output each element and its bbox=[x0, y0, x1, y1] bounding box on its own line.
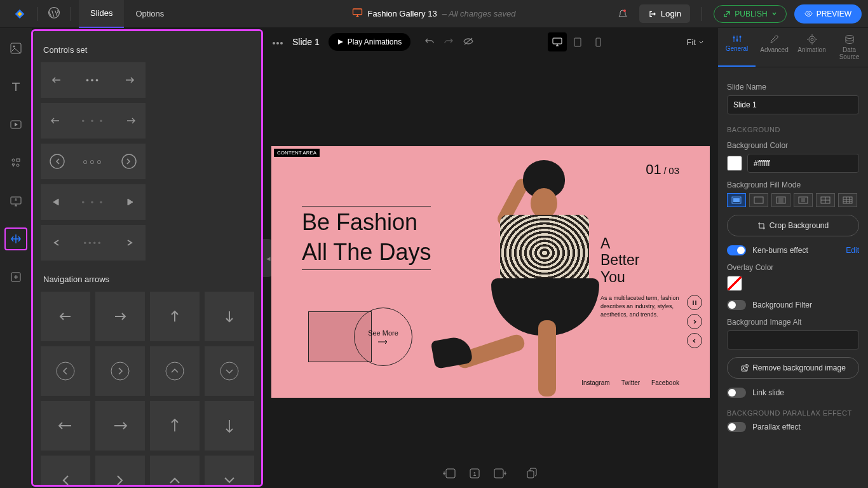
navarrow-up-circle[interactable] bbox=[150, 346, 200, 396]
chevron-down[interactable] bbox=[205, 456, 254, 487]
controlset-4[interactable]: • • • bbox=[41, 184, 146, 220]
wordpress-icon[interactable] bbox=[48, 6, 60, 21]
next-icon[interactable] bbox=[687, 314, 702, 329]
fillmode-grid[interactable] bbox=[838, 193, 857, 207]
tool-video[interactable] bbox=[4, 113, 27, 136]
tab-slides[interactable]: Slides bbox=[79, 0, 124, 28]
kenburns-edit-link[interactable]: Edit bbox=[846, 246, 859, 255]
controlset-1[interactable]: ••• bbox=[41, 62, 146, 98]
navarrow-right[interactable] bbox=[95, 292, 145, 341]
kenburns-toggle[interactable] bbox=[727, 245, 746, 255]
visibility-off-icon[interactable] bbox=[463, 37, 474, 48]
fillmode-center[interactable] bbox=[794, 193, 813, 207]
add-slide-before-icon[interactable] bbox=[440, 464, 459, 483]
pause-icon[interactable] bbox=[687, 295, 702, 310]
top-tabs: Slides Options bbox=[79, 0, 175, 28]
prev-icon[interactable] bbox=[687, 333, 702, 348]
redo-icon[interactable] bbox=[444, 37, 454, 48]
controlset-5[interactable]: •••• bbox=[41, 225, 146, 261]
navarrow-left[interactable] bbox=[41, 292, 90, 341]
svg-point-21 bbox=[111, 362, 129, 380]
navarrow-up[interactable] bbox=[150, 292, 200, 341]
svg-point-30 bbox=[280, 42, 283, 44]
tool-text[interactable] bbox=[4, 75, 27, 98]
chevron-up[interactable] bbox=[150, 456, 200, 487]
social-facebook[interactable]: Facebook bbox=[651, 379, 679, 386]
publish-button[interactable]: PUBLISH bbox=[714, 5, 786, 23]
tool-add[interactable] bbox=[4, 266, 27, 288]
preview-button[interactable]: PREVIEW bbox=[794, 4, 862, 24]
play-animations-button[interactable]: Play Animations bbox=[329, 33, 410, 51]
device-desktop[interactable] bbox=[548, 32, 567, 51]
bg-color-input[interactable] bbox=[747, 154, 859, 173]
svg-rect-6 bbox=[11, 43, 21, 53]
chevron-down-icon bbox=[698, 39, 704, 45]
controlset-3[interactable]: ○○○ bbox=[41, 144, 146, 179]
chevron-right[interactable] bbox=[95, 456, 145, 487]
tool-controls[interactable] bbox=[4, 151, 27, 174]
svg-rect-34 bbox=[596, 38, 600, 46]
link-slide-toggle[interactable] bbox=[727, 388, 746, 398]
divider bbox=[702, 7, 702, 21]
fillmode-stretch[interactable] bbox=[771, 193, 790, 207]
more-icon[interactable] bbox=[272, 37, 283, 47]
canvas-area: Slide 1 Play Animations Fit ◂ CONTENT AR… bbox=[263, 28, 718, 488]
svg-point-44 bbox=[811, 38, 813, 41]
svg-rect-47 bbox=[733, 198, 740, 202]
chevron-left[interactable] bbox=[41, 456, 90, 487]
crop-background-button[interactable]: Crop Background bbox=[727, 215, 859, 236]
bg-alt-input[interactable] bbox=[727, 330, 859, 349]
overlay-color-swatch[interactable] bbox=[727, 276, 742, 291]
inspector-tab-advanced[interactable]: Advanced bbox=[756, 28, 793, 67]
dots-icon: •••• bbox=[83, 238, 102, 248]
navarrow-down[interactable] bbox=[205, 292, 254, 341]
undo-icon[interactable] bbox=[424, 37, 435, 48]
controlset-2[interactable]: • • • bbox=[41, 103, 146, 139]
navarrow-right-thin[interactable] bbox=[95, 401, 145, 451]
social-instagram[interactable]: Instagram bbox=[581, 379, 609, 386]
tool-embed[interactable] bbox=[4, 189, 27, 212]
seemore-link[interactable]: See More bbox=[308, 308, 412, 366]
copy-slide-icon[interactable] bbox=[522, 464, 541, 483]
login-button[interactable]: Login bbox=[639, 4, 691, 23]
inspector-tab-general[interactable]: General bbox=[718, 28, 756, 67]
navarrow-down-circle[interactable] bbox=[205, 346, 254, 396]
device-tablet[interactable] bbox=[568, 32, 587, 51]
remove-bg-button[interactable]: Remove background image bbox=[727, 357, 859, 379]
svg-rect-39 bbox=[527, 471, 534, 478]
topbar: Slides Options Fashion Gallery 13 – All … bbox=[0, 0, 868, 28]
tool-image[interactable] bbox=[4, 37, 27, 60]
zoom-dropdown[interactable]: Fit bbox=[682, 37, 709, 47]
svg-point-23 bbox=[220, 362, 238, 380]
navarrow-right-circle[interactable] bbox=[95, 346, 145, 396]
inspector-panel: General Advanced Animation Data Source S… bbox=[718, 28, 868, 488]
slide-position-icon[interactable]: 1 bbox=[465, 464, 484, 483]
navarrow-up-thin[interactable] bbox=[150, 401, 200, 451]
svg-rect-50 bbox=[778, 197, 783, 203]
navarrow-left-thin[interactable] bbox=[41, 401, 90, 451]
navarrow-left-circle[interactable] bbox=[41, 346, 90, 396]
slide-preview[interactable]: CONTENT AREA 01 / 03 Be Fashion All The … bbox=[271, 146, 710, 398]
svg-rect-38 bbox=[494, 469, 503, 478]
controls-set-heading: Controls set bbox=[43, 45, 251, 55]
notifications-icon[interactable] bbox=[614, 5, 632, 23]
inspector-tab-datasource[interactable]: Data Source bbox=[831, 28, 868, 67]
slide-name-label: Slide Name bbox=[727, 83, 859, 92]
fillmode-cover[interactable] bbox=[727, 193, 746, 207]
tab-options[interactable]: Options bbox=[124, 0, 175, 28]
fillmode-tile[interactable] bbox=[816, 193, 835, 207]
svg-point-7 bbox=[13, 46, 15, 48]
bgfilter-toggle[interactable] bbox=[727, 300, 746, 310]
bg-color-swatch[interactable] bbox=[727, 156, 742, 171]
svg-point-5 bbox=[808, 13, 810, 15]
add-slide-after-icon[interactable] bbox=[491, 464, 510, 483]
fillmode-contain[interactable] bbox=[749, 193, 768, 207]
social-twitter[interactable]: Twitter bbox=[621, 379, 640, 386]
tool-navigation[interactable] bbox=[4, 227, 27, 250]
parallax-toggle[interactable] bbox=[727, 422, 746, 432]
slide-name-input[interactable] bbox=[727, 95, 859, 114]
app-logo[interactable] bbox=[13, 7, 27, 21]
device-mobile[interactable] bbox=[588, 32, 607, 51]
navarrow-down-thin[interactable] bbox=[205, 401, 254, 451]
inspector-tab-animation[interactable]: Animation bbox=[793, 28, 831, 67]
